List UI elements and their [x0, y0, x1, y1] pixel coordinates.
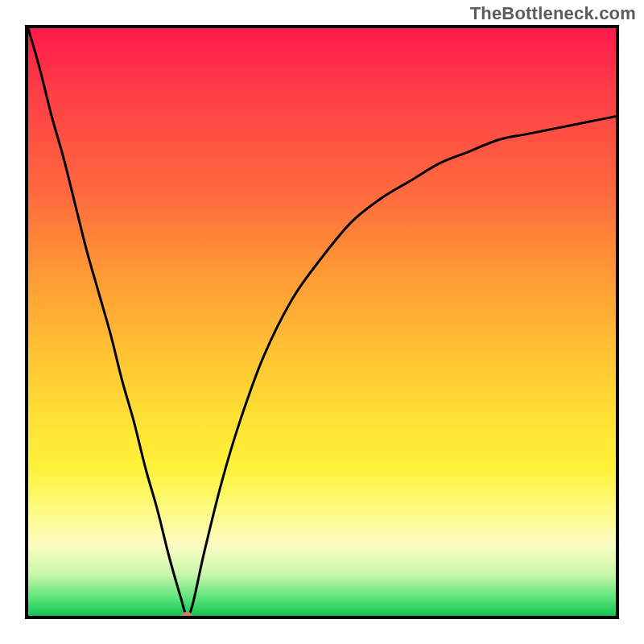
- bottleneck-curve-path: [28, 28, 616, 616]
- curve-layer: [28, 28, 616, 616]
- watermark-text: TheBottleneck.com: [470, 3, 636, 24]
- minimum-marker: [181, 612, 192, 619]
- plot-area: [25, 25, 619, 619]
- chart-container: TheBottleneck.com: [0, 0, 644, 644]
